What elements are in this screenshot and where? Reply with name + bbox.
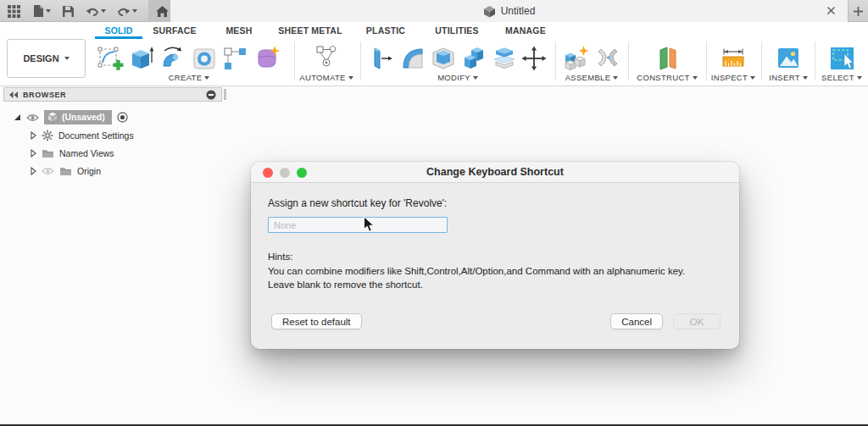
minimize-window-button[interactable] [280,168,290,178]
tree-row-named-views[interactable]: Named Views [3,144,222,162]
group-create: CREATE [90,41,288,82]
panel-display-menu-icon[interactable] [206,90,216,100]
design-workspace-button[interactable]: DESIGN [7,39,86,78]
create-form-icon [253,43,283,72]
measure-button[interactable] [719,43,748,72]
tree-row-origin[interactable]: Origin [3,162,222,180]
revolve-button[interactable] [158,43,188,72]
change-shortcut-dialog: Change Keyboard Shortcut Assign a new sh… [251,162,739,349]
undo-caret-icon [101,9,106,13]
construct-group-label: CONSTRUCT [637,73,689,82]
select-button[interactable] [827,43,856,72]
construct-group-dropdown[interactable]: CONSTRUCT [637,73,697,82]
dialog-titlebar[interactable]: Change Keyboard Shortcut [251,162,739,183]
expanded-arrow-icon[interactable] [14,113,21,121]
shortcut-prompt-label: Assign a new shortcut key for 'Revolve': [268,197,722,209]
hint-line-2: Leave blank to remove the shortcut. [268,278,722,292]
file-icon [32,4,44,18]
construct-plane-button[interactable] [653,43,682,72]
hole-button[interactable] [190,43,219,72]
app-titlebar: Untitled [0,0,868,22]
reset-to-default-button[interactable]: Reset to default [271,313,362,329]
combine-button[interactable] [459,43,488,72]
inspect-group-label: INSPECT [711,73,748,82]
document-tab[interactable]: Untitled [170,0,849,22]
new-tab-button[interactable] [849,0,868,22]
root-component-item[interactable]: (Unsaved) [44,110,112,124]
tab-manage[interactable]: MANAGE [492,22,559,39]
visibility-eye-off-icon[interactable] [42,167,54,175]
pattern-button[interactable] [220,43,251,72]
extrude-button[interactable] [127,43,156,72]
create-group-label: CREATE [169,73,203,82]
construct-plane-icon [653,43,682,72]
close-window-button[interactable] [263,168,273,178]
group-inspect: INSPECT [709,41,758,82]
pattern-icon [220,43,251,72]
file-caret-icon [46,9,51,13]
joint-icon [594,43,621,72]
create-sketch-button[interactable] [95,43,125,72]
insert-button[interactable] [774,43,803,72]
shortcut-hints: Hints: You can combine modifiers like Sh… [268,250,722,292]
create-form-button[interactable] [253,43,283,72]
panel-resize-handle[interactable] [224,89,226,100]
select-group-dropdown[interactable]: SELECT [821,73,862,82]
tab-utilities[interactable]: UTILITIES [422,22,492,39]
document-title: Untitled [501,5,536,17]
modify-caret-icon [473,76,478,80]
shell-button[interactable] [429,43,458,72]
collapsed-arrow-icon[interactable] [31,149,36,158]
collapsed-arrow-icon[interactable] [31,131,36,140]
tab-sheet-metal[interactable]: SHEET METAL [271,22,349,39]
select-icon [827,43,856,72]
assemble-group-dropdown[interactable]: ASSEMBLE [565,73,619,82]
construct-caret-icon [693,76,698,80]
toolbar-separator [294,41,295,80]
cancel-button[interactable]: Cancel [610,313,663,329]
shortcut-key-input[interactable] [268,217,448,233]
shell-icon [429,43,458,72]
file-menu-button[interactable] [32,4,51,18]
move-copy-icon [520,43,548,72]
split-body-button[interactable] [490,43,519,72]
activate-component-radio-icon[interactable] [117,112,128,123]
redo-button[interactable] [117,6,137,17]
new-component-button[interactable] [562,43,593,72]
component-cube-icon [47,111,58,123]
tab-mesh[interactable]: MESH [207,22,271,39]
zoom-window-button[interactable] [297,168,307,178]
tab-plastic[interactable]: PLASTIC [349,22,422,39]
tree-row-root-component[interactable]: (Unsaved) [3,108,222,126]
group-select: SELECT [817,41,866,82]
group-construct: CONSTRUCT [631,41,704,82]
automate-button[interactable] [312,43,341,72]
undo-button[interactable] [86,6,106,17]
ribbon-toolbar: DESIGN [0,39,868,86]
move-copy-button[interactable] [520,43,548,72]
press-pull-button[interactable] [368,43,397,72]
measure-icon [719,43,748,72]
close-tab-button[interactable] [826,6,836,15]
assemble-group-label: ASSEMBLE [565,73,611,82]
insert-group-dropdown[interactable]: INSERT [769,73,807,82]
named-views-label: Named Views [59,148,114,158]
modify-group-dropdown[interactable]: MODIFY [437,73,478,82]
browser-tree: (Unsaved) [3,102,222,180]
fillet-button[interactable] [398,43,427,72]
tab-solid[interactable]: SOLID [95,22,142,39]
group-automate: AUTOMATE [297,41,356,82]
tree-row-document-settings[interactable]: Document Settings [3,126,222,144]
collapsed-arrow-icon[interactable] [31,167,36,175]
app-grid-button[interactable] [7,4,21,19]
joint-button[interactable] [594,43,621,72]
automate-group-dropdown[interactable]: AUTOMATE [299,73,353,82]
automate-icon [312,43,341,72]
browser-header[interactable]: BROWSER [3,87,222,102]
create-group-dropdown[interactable]: CREATE [169,73,210,82]
hint-line-1: You can combine modifiers like Shift,Con… [268,264,722,279]
visibility-eye-icon[interactable] [26,113,39,122]
inspect-group-dropdown[interactable]: INSPECT [711,73,755,82]
tab-surface[interactable]: SURFACE [142,22,207,39]
save-button[interactable] [62,5,75,18]
